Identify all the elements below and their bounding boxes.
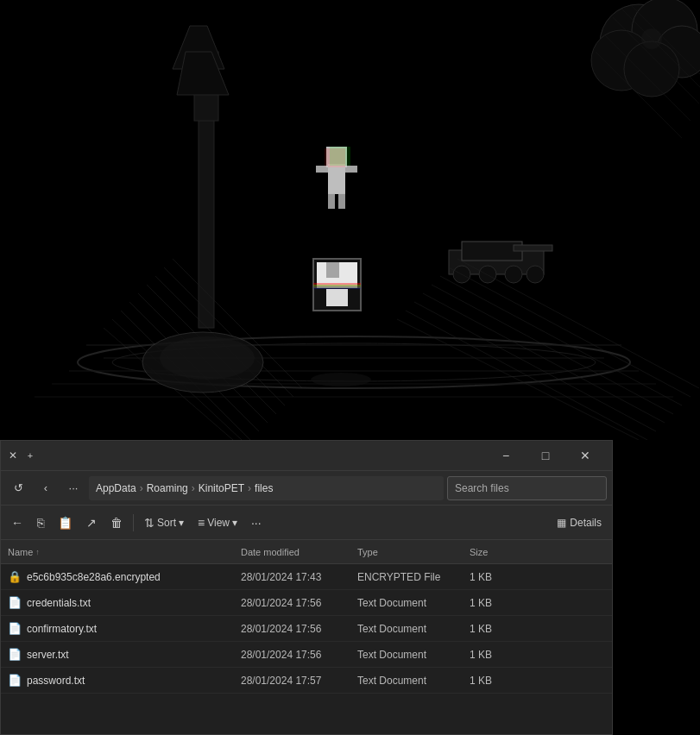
svg-rect-17 [330, 147, 350, 166]
address-bar: ↺ ‹ ··· AppData › Roaming › KinitoPET › … [1, 471, 612, 506]
breadcrumb-files[interactable]: files [255, 482, 273, 494]
view-icon: ≡ [198, 516, 205, 530]
refresh-button[interactable]: ↺ [6, 476, 30, 500]
svg-point-44 [527, 266, 544, 283]
file-size-cell: 1 KB [470, 623, 539, 635]
file-name-text: e5c6b935c8e28a6.encrypted [27, 571, 161, 583]
toolbar: ← ⎘ 📋 ↗ 🗑 ⇅ Sort ▾ ≡ View ▾ ··· ▦ [1, 506, 612, 540]
file-name-cell: 📄 credentials.txt [8, 596, 241, 609]
back-tool-button[interactable]: ← [6, 510, 28, 536]
svg-rect-27 [326, 289, 348, 306]
file-date-cell: 28/01/2024 17:43 [241, 571, 357, 583]
col-header-date[interactable]: Date modified [241, 547, 357, 557]
svg-point-42 [479, 266, 496, 283]
col-header-type[interactable]: Type [357, 547, 470, 557]
svg-point-55 [641, 28, 662, 49]
file-date-cell: 28/01/2024 17:56 [241, 597, 357, 609]
table-row[interactable]: 📄 credentials.txt 28/01/2024 17:56 Text … [1, 590, 612, 616]
svg-rect-26 [313, 286, 361, 289]
file-size-cell: 1 KB [470, 675, 539, 687]
file-name-cell: 🔒 e5c6b935c8e28a6.encrypted [8, 570, 241, 583]
svg-rect-40 [514, 245, 552, 251]
file-rows-container: 🔒 e5c6b935c8e28a6.encrypted 28/01/2024 1… [1, 564, 612, 694]
table-row[interactable]: 📄 confirmatory.txt 28/01/2024 17:56 Text… [1, 616, 612, 642]
details-icon: ▦ [557, 517, 566, 529]
col-header-size[interactable]: Size [470, 547, 539, 557]
view-button[interactable]: ≡ View ▾ [192, 510, 243, 536]
view-chevron-icon: ▾ [232, 517, 237, 529]
file-date-cell: 28/01/2024 17:56 [241, 649, 357, 661]
sort-label: Sort [157, 517, 176, 529]
file-type-cell: Text Document [357, 675, 470, 687]
sort-chevron-icon: ▾ [179, 517, 184, 529]
svg-point-37 [160, 336, 255, 380]
file-name-text: server.txt [27, 649, 69, 661]
file-size-cell: 1 KB [470, 571, 539, 583]
file-size-cell: 1 KB [470, 649, 539, 661]
col-type-label: Type [357, 547, 378, 557]
column-headers: Name ↑ Date modified Type Size [1, 540, 612, 564]
copy-tool-button[interactable]: ⎘ [32, 510, 49, 536]
game-area [0, 0, 700, 440]
file-type-cell: ENCRYPTED File [357, 571, 470, 583]
table-row[interactable]: 📄 password.txt 28/01/2024 17:57 Text Doc… [1, 668, 612, 694]
table-row[interactable]: 🔒 e5c6b935c8e28a6.encrypted 28/01/2024 1… [1, 564, 612, 590]
file-icon: 📄 [8, 674, 22, 687]
file-type-cell: Text Document [357, 623, 470, 635]
minimize-button[interactable]: − [486, 441, 526, 471]
breadcrumb-kinitopet[interactable]: KinitoPET [199, 482, 244, 494]
svg-rect-28 [326, 262, 339, 278]
sort-button[interactable]: ⇅ Sort ▾ [139, 510, 189, 536]
file-name-text: confirmatory.txt [27, 623, 97, 635]
svg-rect-20 [328, 193, 335, 209]
maximize-button[interactable]: □ [526, 441, 565, 471]
breadcrumb-sep-2: › [192, 482, 195, 494]
search-placeholder: Search files [455, 482, 509, 494]
col-header-name[interactable]: Name ↑ [8, 547, 241, 557]
explorer-window: ✕ + − □ ✕ ↺ ‹ ··· AppData › Roaming › Ki… [0, 440, 613, 735]
new-tab-button[interactable]: + [25, 450, 35, 461]
file-type-cell: Text Document [357, 649, 470, 661]
col-name-sort-icon: ↑ [35, 548, 40, 556]
file-icon: 📄 [8, 622, 22, 635]
col-size-label: Size [470, 547, 488, 557]
breadcrumb-sep-3: › [248, 482, 251, 494]
share-tool-button[interactable]: ↗ [81, 510, 102, 536]
svg-rect-18 [316, 166, 328, 173]
svg-point-43 [505, 266, 522, 283]
sort-icon: ⇅ [144, 516, 155, 530]
file-name-cell: 📄 password.txt [8, 674, 241, 687]
breadcrumb-roaming[interactable]: Roaming [147, 482, 188, 494]
breadcrumb-appdata[interactable]: AppData [96, 482, 136, 494]
toolbar-more-button[interactable]: ··· [246, 510, 267, 536]
svg-point-64 [311, 373, 371, 386]
file-icon: 📄 [8, 596, 22, 609]
details-label: Details [570, 517, 602, 529]
paste-tool-button[interactable]: 📋 [53, 510, 78, 536]
file-date-cell: 28/01/2024 17:57 [241, 675, 357, 687]
file-name-text: password.txt [27, 675, 85, 687]
file-name-text: credentials.txt [27, 597, 91, 609]
nav-prev-button[interactable]: ‹ [34, 476, 58, 500]
file-date-cell: 28/01/2024 17:56 [241, 623, 357, 635]
tab-close-button[interactable]: ✕ [8, 450, 18, 461]
col-date-label: Date modified [241, 547, 300, 557]
delete-tool-button[interactable]: 🗑 [105, 510, 128, 536]
nav-more-button[interactable]: ··· [61, 476, 85, 500]
file-icon: 📄 [8, 648, 22, 661]
search-box[interactable]: Search files [447, 476, 607, 500]
paste-icon: 📋 [58, 516, 73, 530]
details-button[interactable]: ▦ Details [552, 510, 607, 536]
file-name-cell: 📄 confirmatory.txt [8, 622, 241, 635]
copy-icon: ⎘ [37, 516, 44, 530]
svg-rect-21 [338, 193, 345, 209]
share-icon: ↗ [86, 516, 97, 530]
close-button[interactable]: ✕ [565, 441, 605, 471]
svg-rect-19 [345, 166, 357, 173]
svg-rect-14 [328, 164, 345, 194]
file-list[interactable]: Name ↑ Date modified Type Size 🔒 e5c6b93… [1, 540, 612, 734]
delete-icon: 🗑 [110, 516, 123, 530]
table-row[interactable]: 📄 server.txt 28/01/2024 17:56 Text Docum… [1, 642, 612, 668]
breadcrumb[interactable]: AppData › Roaming › KinitoPET › files [89, 476, 444, 500]
file-icon: 🔒 [8, 570, 22, 583]
